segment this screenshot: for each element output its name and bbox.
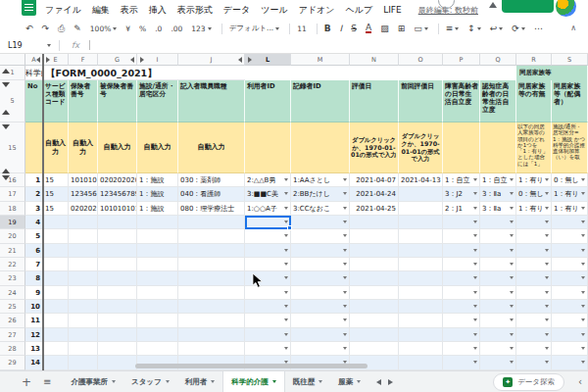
dropdown-icon[interactable] [545, 192, 549, 195]
cell-I17[interactable]: 1：施設 [137, 187, 178, 201]
cell-I27[interactable] [137, 328, 178, 342]
cell-O26[interactable] [399, 314, 443, 327]
cell-N26[interactable] [350, 314, 399, 327]
cell-G16[interactable]: 0202020202 [98, 173, 137, 187]
dropdown-icon[interactable] [510, 178, 514, 181]
header-cell-N[interactable]: 評価日 [350, 80, 399, 122]
cell-L21[interactable] [245, 244, 291, 258]
cell-J26[interactable] [178, 314, 245, 327]
cell-S27[interactable] [552, 328, 588, 342]
merge-cells-icon[interactable]: ▭ [414, 24, 428, 33]
dropdown-icon[interactable] [510, 361, 514, 364]
hint-cell-E[interactable]: 自動入力 [43, 122, 69, 173]
header-cell-J[interactable]: 記入者職員職種 [178, 80, 245, 122]
cell-I25[interactable] [137, 300, 178, 314]
dropdown-icon[interactable] [545, 318, 549, 321]
cell-R1-group-header[interactable]: 同居家族等 [516, 66, 588, 80]
cell-L25[interactable] [245, 300, 291, 314]
dropdown-icon[interactable] [343, 263, 347, 266]
name-box-dropdown-icon[interactable] [47, 44, 51, 47]
dropdown-icon[interactable] [473, 234, 477, 237]
cell-M27[interactable] [291, 328, 350, 342]
cell-Q28[interactable] [480, 342, 516, 356]
cell-P25[interactable] [443, 300, 480, 314]
header-cell-R[interactable]: 同居家族等の有無 [516, 80, 552, 122]
horizontal-scrollbar[interactable] [135, 364, 368, 368]
row-header-25[interactable]: 25 [0, 300, 25, 314]
dropdown-icon[interactable] [343, 305, 347, 308]
cell-G23[interactable] [98, 271, 137, 285]
avatar[interactable] [556, 0, 576, 17]
dropdown-icon[interactable] [473, 305, 477, 308]
cell-O16[interactable]: 2021-04-13 [399, 173, 443, 187]
scroll-tabs-left-icon[interactable] [376, 379, 381, 385]
row-header-18[interactable]: 18 [0, 202, 25, 216]
header-cell-O[interactable]: 前回評価日 [399, 80, 443, 122]
horizontal-align-icon[interactable]: ≡ [446, 24, 460, 33]
cell-M21[interactable] [291, 244, 350, 258]
cell-E17[interactable]: 15 [43, 187, 69, 201]
cell-J28[interactable] [178, 342, 245, 356]
cell-G24[interactable] [98, 286, 137, 300]
cell-A27[interactable]: 12 [25, 328, 43, 342]
zoom-select[interactable]: 100% [90, 24, 117, 33]
cell-Q18[interactable]: 3：Ⅱa [480, 202, 516, 216]
dropdown-icon[interactable] [545, 249, 549, 252]
cell-E23[interactable] [43, 271, 69, 285]
cell-Q25[interactable] [480, 300, 516, 314]
cell-R29[interactable] [516, 356, 552, 369]
cell-O24[interactable] [399, 286, 443, 300]
dropdown-icon[interactable] [284, 207, 288, 210]
cell-E22[interactable] [43, 258, 69, 271]
cell-P28[interactable] [443, 342, 480, 356]
strikethrough-button[interactable]: S [351, 24, 357, 33]
cell-S26[interactable] [552, 314, 588, 327]
dropdown-icon[interactable] [473, 192, 477, 195]
cell-O18[interactable] [399, 202, 443, 216]
dropdown-icon[interactable] [473, 178, 477, 181]
hint-cell-L[interactable] [245, 122, 291, 173]
dropdown-icon[interactable] [581, 220, 585, 223]
cell-F18[interactable]: 020202 [69, 202, 98, 216]
tab-dropdown-icon[interactable] [272, 380, 276, 383]
cell-I26[interactable] [137, 314, 178, 327]
header-cell-F[interactable]: 保険者番号 [69, 80, 98, 122]
cell-A29[interactable]: 14 [25, 356, 43, 369]
cell-Q29[interactable] [480, 356, 516, 369]
cell-F24[interactable] [69, 286, 98, 300]
tab-dropdown-icon[interactable] [211, 380, 215, 383]
cell-A19[interactable]: 4 [25, 216, 43, 229]
frozen-pane-divider[interactable] [42, 54, 44, 370]
fill-color-icon[interactable]: ▨ [380, 24, 389, 33]
cell-I19[interactable] [137, 216, 178, 229]
dropdown-icon[interactable] [581, 318, 585, 321]
name-box[interactable]: L19 [0, 41, 47, 50]
cell-P16[interactable]: 1：自立 [443, 173, 480, 187]
sheet-tab-5[interactable]: 服薬 [330, 371, 368, 392]
cell-S22[interactable] [552, 258, 588, 271]
dropdown-icon[interactable] [343, 276, 347, 279]
cell-Q16[interactable]: 1：自立 [480, 173, 516, 187]
cell-E21[interactable] [43, 244, 69, 258]
header-cell-E[interactable]: サービス種類コード [43, 80, 69, 122]
hidden-rows-expand-icon[interactable] [2, 69, 10, 74]
cell-O29[interactable] [399, 356, 443, 369]
cell-A18[interactable]: 3 [25, 202, 43, 216]
column-header-J[interactable]: J [178, 54, 245, 66]
column-header-M[interactable]: M [291, 54, 350, 66]
format-percent-button[interactable]: % [139, 24, 146, 33]
dropdown-icon[interactable] [343, 192, 347, 195]
panel-collapse-icon[interactable]: ‹ [578, 376, 582, 387]
dropdown-icon[interactable] [473, 276, 477, 279]
cell-O25[interactable] [399, 300, 443, 314]
cell-M18[interactable]: 3:CCなおこ [291, 202, 350, 216]
cell-N22[interactable] [350, 258, 399, 271]
dropdown-icon[interactable] [581, 291, 585, 294]
cell-N17[interactable]: 2021-04-24 [350, 187, 399, 201]
collapse-toolbar-icon[interactable]: ∧ [570, 24, 576, 32]
cell-Q22[interactable] [480, 258, 516, 271]
dropdown-icon[interactable] [581, 305, 585, 308]
cell-M16[interactable]: 1:AAさとし [291, 173, 350, 187]
decrease-decimal-button[interactable]: .0 [155, 24, 162, 33]
sheet-tab-3-active[interactable]: 科学的介護 [222, 371, 285, 392]
